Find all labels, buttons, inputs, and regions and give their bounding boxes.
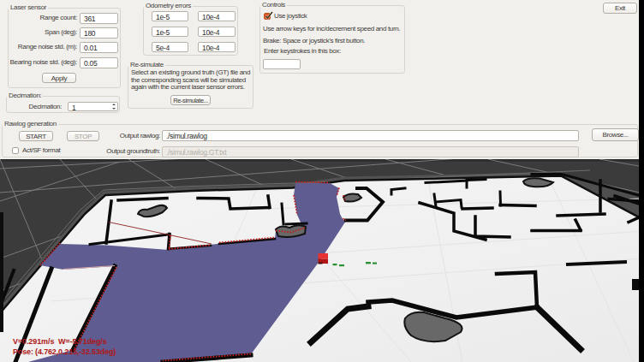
svg-text:Pose: (4.762,0.215,-32.53deg): Pose: (4.762,0.215,-32.53deg): [13, 347, 116, 356]
svg-text:V=0.291m/s W=-5.71deg/s: V=0.291m/s W=-5.71deg/s: [13, 337, 107, 346]
